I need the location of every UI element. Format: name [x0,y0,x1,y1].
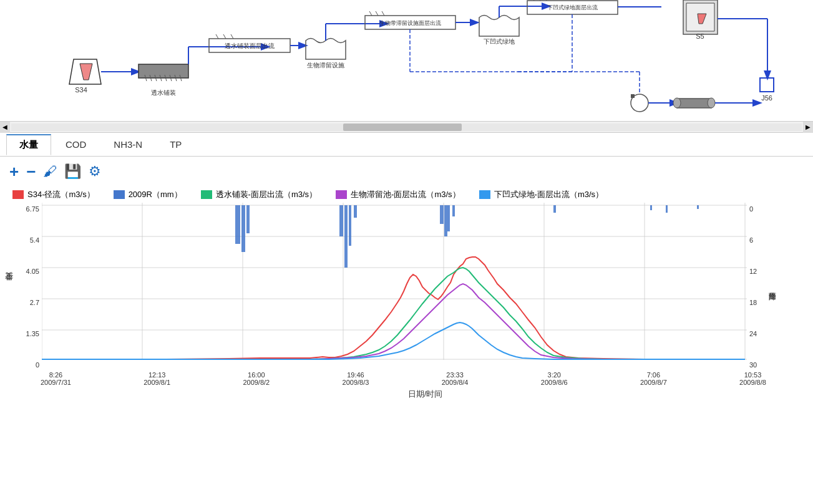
y-axis-left: 6.75 5.4 4.05 2.7 1.35 0 [18,203,42,371]
svg-text:下凹式绿地面层出流: 下凹式绿地面层出流 [547,4,598,11]
svg-rect-76 [235,205,240,244]
settings-icon[interactable]: ⚙ [89,165,101,178]
legend-item-2009r: 2009R（mm） [114,189,182,200]
svg-line-17 [216,34,218,39]
svg-rect-77 [241,205,245,252]
svg-line-27 [376,11,378,16]
scrollbar-thumb[interactable] [343,124,462,131]
svg-line-26 [369,11,372,16]
y-left-4.05: 4.05 [26,268,39,275]
svg-text:生物滞留设施: 生物滞留设施 [307,62,344,69]
svg-line-18 [223,34,226,39]
legend: S34-径流（m3/s） 2009R（mm） 透水铺装-面层出流（m3/s） 生… [0,187,813,201]
svg-line-19 [231,34,233,39]
legend-color-bio [336,190,347,199]
y-left-2.7: 2.7 [30,299,39,306]
x-date-7: 2009/8/8 [739,379,766,386]
y-left-1.35: 1.35 [26,330,39,337]
legend-label-bio: 生物滞留池-面层出流（m3/s） [351,189,460,200]
x-axis-title: 日期/时间 [0,386,813,402]
x-date-5: 2009/8/6 [541,379,568,386]
svg-text:下凹式绿地: 下凹式绿地 [484,38,515,45]
y-left-6.75: 6.75 [26,205,39,213]
legend-item-sunken: 下凹式绿地-面层出流（m3/s） [479,189,604,200]
x-time-4: 23:33 [442,371,469,379]
svg-rect-80 [344,205,348,268]
x-date-6: 2009/8/7 [640,379,667,386]
svg-rect-85 [354,205,357,218]
svg-rect-82 [440,205,444,224]
legend-label-sunken: 下凹式绿地-面层出流（m3/s） [494,189,604,200]
tab-nh3n[interactable]: NH3-N [100,135,155,154]
legend-color-s34 [12,190,24,199]
scrollbar-area: ◀ ▶ [0,122,813,133]
svg-rect-83 [444,205,447,236]
y-right-6: 6 [749,236,753,244]
legend-label-2009r: 2009R（mm） [129,189,182,200]
legend-item-bio: 生物滞留池-面层出流（m3/s） [336,189,460,200]
scrollbar-track[interactable] [11,124,802,131]
tab-cod[interactable]: COD [52,135,99,154]
x-time-0: 8:26 [41,371,71,379]
add-button[interactable]: + [9,163,19,180]
svg-text:透水铺装面层出流: 透水铺装面层出流 [225,42,275,49]
legend-color-permeable [201,190,212,199]
x-time-5: 3:20 [541,371,568,379]
svg-rect-88 [650,205,652,210]
legend-item-permeable: 透水铺装-面层出流（m3/s） [201,189,318,200]
svg-rect-90 [697,205,699,209]
y-left-5.4: 5.4 [30,236,39,244]
svg-rect-84 [447,205,450,231]
remove-button[interactable]: − [26,163,36,180]
svg-marker-1 [80,64,92,80]
svg-rect-46 [760,78,774,92]
legend-item-s34: S34-径流（m3/s） [12,189,95,200]
y-right-18: 18 [749,299,757,306]
svg-text:S34: S34 [75,86,87,94]
y-right-24: 24 [749,330,757,337]
save-icon[interactable]: 💾 [64,165,81,178]
svg-rect-61 [42,203,747,360]
svg-rect-54 [631,94,635,98]
x-axis-container: 8:26 2009/7/31 12:13 2009/8/1 16:00 2009… [0,371,813,386]
svg-line-28 [382,11,384,16]
svg-rect-4 [139,64,188,78]
tab-water[interactable]: 水量 [6,134,51,155]
scrollbar-right-btn[interactable]: ▶ [803,122,813,133]
svg-rect-87 [553,205,556,213]
x-date-3: 2009/8/3 [343,379,369,386]
x-time-2: 16:00 [243,371,270,379]
x-date-2: 2009/8/2 [243,379,270,386]
chart-svg [42,203,747,371]
svg-rect-56 [677,99,711,108]
svg-point-58 [708,98,715,108]
legend-label-s34: S34-径流（m3/s） [27,189,95,200]
diagram-area: S34 透水铺装 透水铺装面层出流 生物滞留设施 [0,0,813,122]
legend-color-2009r [114,190,125,199]
svg-text:S5: S5 [696,32,704,40]
toolbar: + − 🖌 💾 ⚙ [0,157,813,187]
y-right-30: 30 [749,361,757,369]
legend-label-permeable: 透水铺装-面层出流（m3/s） [216,189,318,200]
y-right-12: 12 [749,268,757,275]
x-time-6: 7:06 [640,371,667,379]
svg-rect-81 [349,205,351,246]
tabs-area: 水量 COD NH3-N TP [0,133,813,157]
y-left-0: 0 [36,361,39,369]
x-time-3: 19:46 [343,371,369,379]
y-right-0: 0 [749,205,753,213]
svg-rect-86 [452,205,455,216]
svg-rect-78 [246,205,250,233]
tab-tp[interactable]: TP [157,135,195,154]
legend-color-sunken [479,190,490,199]
svg-point-57 [673,98,681,108]
svg-text:透水铺装: 透水铺装 [151,89,176,96]
svg-rect-79 [339,205,343,236]
brush-icon[interactable]: 🖌 [43,165,57,178]
scrollbar-left-btn[interactable]: ◀ [0,122,10,133]
svg-text:J56: J56 [761,94,772,102]
y-axis-right: 0 6 12 18 24 30 [747,203,766,371]
svg-rect-89 [666,205,668,213]
x-time-1: 12:13 [144,371,170,379]
x-date-0: 2009/7/31 [41,379,71,386]
